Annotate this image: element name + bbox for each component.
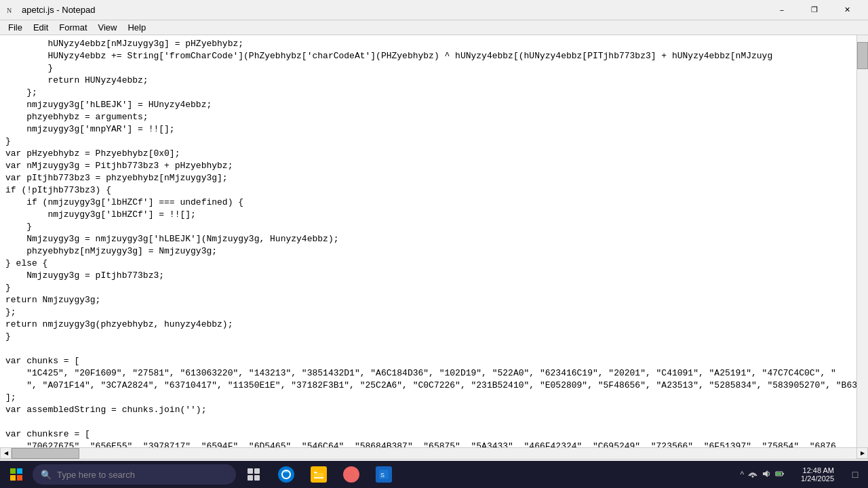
system-tray: ^ [734,461,790,488]
tray-chevron[interactable]: ^ [740,470,744,479]
taskbar-app-blue[interactable]: S [369,462,399,487]
menu-view[interactable]: View [93,21,123,34]
menu-file[interactable]: File [3,21,28,34]
svg-point-9 [752,475,754,477]
taskbar-search[interactable]: 🔍 Type here to search [33,464,236,485]
taskbar-task-view[interactable] [239,462,269,487]
clock-date: 1/24/2025 [801,474,834,483]
search-icon: 🔍 [41,470,52,480]
code-area[interactable]: hUNyzy4ebbz[nMJzuygy3g] = pHZyebhybz; HU… [0,35,856,447]
svg-rect-11 [783,473,784,474]
title-bar-left: N apetci.js - Notepad [5,5,95,16]
taskbar-search-placeholder: Type here to search [57,470,135,480]
svg-rect-12 [776,472,781,475]
clock-time: 12:48 AM [803,466,834,474]
file-explorer-icon [311,466,327,483]
svg-rect-2 [248,468,253,474]
svg-rect-4 [248,475,253,481]
taskbar-right: ^ [734,461,865,488]
horizontal-scroll-area: ◀ ▶ [0,447,868,459]
code-content[interactable]: hUNyzy4ebbz[nMJzuygy3g] = pHZyebhybz; HU… [0,35,856,447]
scroll-right-button[interactable]: ▶ [856,447,868,459]
edge-icon [278,466,294,483]
notification-icon: □ [852,469,858,480]
menu-format[interactable]: Format [54,21,92,34]
tray-battery[interactable] [775,469,785,481]
vertical-scrollbar[interactable] [856,35,868,447]
blue-app-icon: S [376,466,392,483]
svg-text:S: S [380,472,384,479]
taskbar-clock[interactable]: 12:48 AM 1/24/2025 [795,466,840,483]
windows-logo [10,468,22,481]
taskbar-file-explorer[interactable] [304,462,334,487]
task-view-icon [245,466,262,483]
title-bar: N apetci.js - Notepad − ❐ ✕ [0,0,868,20]
notification-button[interactable]: □ [845,461,865,488]
minimize-button[interactable]: − [766,0,797,20]
svg-rect-3 [254,468,260,474]
svg-rect-5 [254,475,260,481]
taskbar: 🔍 Type here to search [0,461,868,488]
taskbar-firefox[interactable] [336,462,366,487]
menu-bar: File Edit Format View Help [0,20,868,35]
editor-container: hUNyzy4ebbz[nMJzuygy3g] = pHZyebhybz; HU… [0,35,868,447]
menu-help[interactable]: Help [122,21,151,34]
tray-network[interactable] [748,469,757,481]
start-button[interactable] [3,462,30,487]
window-title: apetci.js - Notepad [22,5,95,15]
restore-button[interactable]: ❐ [799,0,830,20]
menu-edit[interactable]: Edit [28,21,54,34]
scroll-left-button[interactable]: ◀ [0,447,12,459]
horizontal-scrollbar[interactable] [12,447,856,459]
close-button[interactable]: ✕ [831,0,863,20]
tray-volume[interactable] [762,469,771,481]
firefox-icon [343,466,359,483]
horizontal-scrollbar-thumb[interactable] [12,448,79,459]
svg-text:N: N [7,7,12,14]
app-icon: N [5,5,16,16]
taskbar-edge[interactable] [271,462,301,487]
window-controls: − ❐ ✕ [766,0,863,20]
vertical-scrollbar-thumb[interactable] [857,42,868,69]
